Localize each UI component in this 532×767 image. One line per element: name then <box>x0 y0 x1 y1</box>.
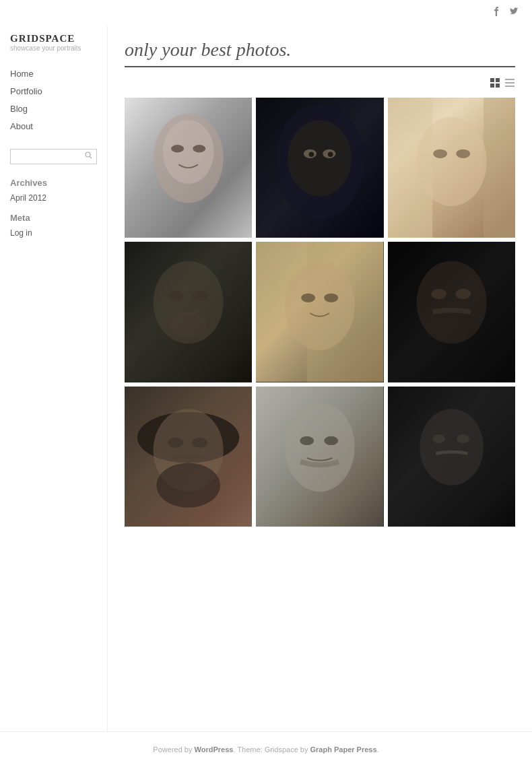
svg-point-24 <box>416 116 486 206</box>
meta-section: Meta Log in <box>10 213 97 238</box>
title-divider <box>125 66 515 67</box>
twitter-link[interactable] <box>509 7 519 19</box>
photo-item-5[interactable] <box>256 242 383 382</box>
search-input[interactable] <box>15 153 85 161</box>
svg-point-48 <box>285 402 355 492</box>
svg-point-20 <box>328 152 333 157</box>
nav-link-blog[interactable]: Blog <box>10 100 97 118</box>
nav-item-home: Home <box>10 65 97 83</box>
svg-point-25 <box>433 149 447 158</box>
search-box <box>10 149 97 164</box>
svg-line-1 <box>90 157 92 159</box>
svg-rect-4 <box>490 84 494 88</box>
gpp-link[interactable]: Graph Paper Press <box>310 745 377 754</box>
svg-rect-5 <box>496 84 500 88</box>
photo-item-3[interactable] <box>388 98 515 238</box>
svg-point-26 <box>456 149 470 158</box>
svg-rect-2 <box>490 78 494 82</box>
svg-point-38 <box>416 261 486 344</box>
svg-point-52 <box>420 409 484 486</box>
page-title: only your best photos. <box>125 39 515 61</box>
footer-text: Powered by WordPress. Theme: Gridspace b… <box>153 745 378 754</box>
nav-item-blog: Blog <box>10 100 97 118</box>
nav-item-about: About <box>10 118 97 135</box>
facebook-icon <box>492 7 501 16</box>
svg-point-16 <box>288 120 352 197</box>
photo-item-7[interactable] <box>125 387 252 527</box>
main-nav: Home Portfolio Blog About <box>10 65 97 135</box>
svg-point-31 <box>169 312 207 337</box>
svg-point-35 <box>302 294 316 302</box>
svg-rect-7 <box>505 82 514 84</box>
svg-rect-6 <box>505 79 514 80</box>
photo-item-1[interactable] <box>125 98 252 238</box>
svg-point-0 <box>86 152 90 157</box>
svg-point-34 <box>285 261 355 351</box>
svg-point-12 <box>171 145 184 152</box>
meta-login[interactable]: Log in <box>10 228 97 238</box>
nav-list: Home Portfolio Blog About <box>10 65 97 135</box>
svg-point-29 <box>168 291 183 301</box>
archives-title: Archives <box>10 178 97 188</box>
svg-point-50 <box>325 436 339 444</box>
svg-point-39 <box>431 289 446 299</box>
photo-grid <box>125 98 515 527</box>
photo-item-8[interactable] <box>256 387 383 527</box>
nav-link-portfolio[interactable]: Portfolio <box>10 83 97 100</box>
photo-item-9[interactable] <box>388 387 515 527</box>
svg-point-13 <box>193 145 205 152</box>
svg-point-36 <box>325 294 339 302</box>
svg-point-30 <box>192 291 207 301</box>
content-area: GRIDSPACE showcase your portraits Home P… <box>0 26 532 731</box>
meta-title: Meta <box>10 213 97 223</box>
nav-link-about[interactable]: About <box>10 118 97 135</box>
search-button[interactable] <box>85 152 92 162</box>
sidebar: GRIDSPACE showcase your portraits Home P… <box>0 26 108 731</box>
facebook-link[interactable] <box>492 7 501 19</box>
wordpress-link[interactable]: WordPress <box>195 745 234 754</box>
svg-point-54 <box>457 434 469 442</box>
main-content: only your best photos. <box>108 26 532 731</box>
photo-item-4[interactable] <box>125 242 252 382</box>
svg-point-19 <box>309 152 314 157</box>
search-icon <box>85 152 92 159</box>
svg-point-49 <box>300 436 314 444</box>
svg-point-45 <box>192 437 207 447</box>
nav-item-portfolio: Portfolio <box>10 83 97 100</box>
view-toggles <box>125 77 515 91</box>
site-subtitle: showcase your portraits <box>10 44 97 52</box>
svg-point-11 <box>163 120 214 184</box>
svg-rect-23 <box>484 98 515 238</box>
svg-rect-8 <box>505 86 514 87</box>
list-view-toggle[interactable] <box>504 77 515 91</box>
svg-point-53 <box>432 434 445 442</box>
twitter-icon <box>509 7 519 16</box>
grid-icon <box>490 77 500 88</box>
photo-item-2[interactable] <box>256 98 383 238</box>
list-icon <box>504 77 515 88</box>
archives-section: Archives April 2012 <box>10 178 97 203</box>
site-branding: GRIDSPACE showcase your portraits <box>10 32 97 52</box>
site-title: GRIDSPACE <box>10 32 97 44</box>
grid-view-toggle[interactable] <box>490 77 500 91</box>
archives-april-2012[interactable]: April 2012 <box>10 193 97 203</box>
svg-point-44 <box>168 437 183 447</box>
footer: Powered by WordPress. Theme: Gridspace b… <box>0 731 532 767</box>
page-wrapper: GRIDSPACE showcase your portraits Home P… <box>0 0 532 767</box>
photo-item-6[interactable] <box>388 242 515 382</box>
svg-rect-3 <box>496 78 500 82</box>
top-bar <box>0 0 532 26</box>
nav-link-home[interactable]: Home <box>10 65 97 83</box>
svg-point-40 <box>455 289 471 299</box>
svg-point-46 <box>156 463 220 507</box>
